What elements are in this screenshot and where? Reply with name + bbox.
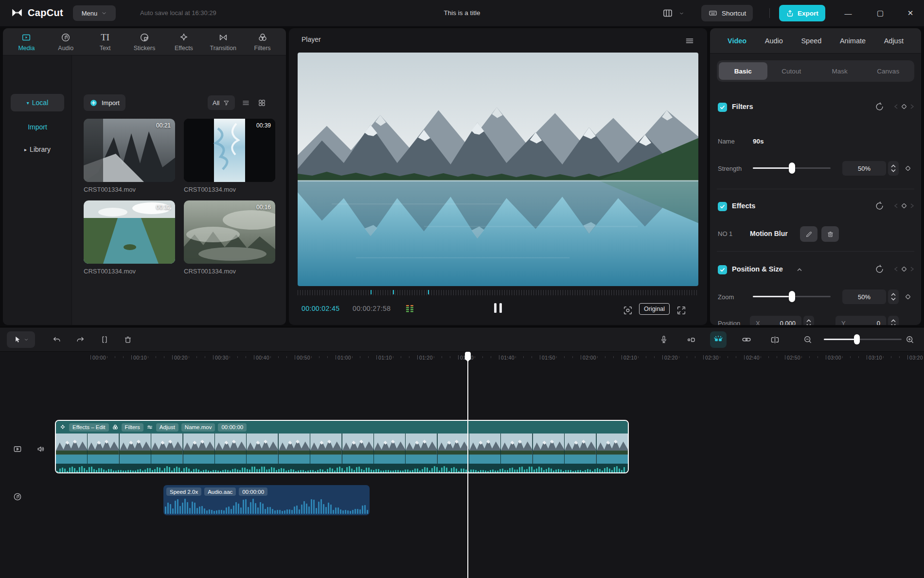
keyframe-diamond-icon (900, 102, 908, 111)
zoom-value[interactable]: 50% (842, 289, 886, 304)
effects-keyframe-button[interactable] (894, 201, 914, 210)
video-track-mute-button[interactable] (35, 443, 47, 455)
fullscreen-button[interactable] (674, 304, 689, 317)
maximize-button[interactable]: ▢ (870, 0, 891, 26)
focus-button[interactable] (621, 304, 635, 317)
video-preview[interactable] (298, 53, 698, 286)
filmstrip-frame (342, 434, 373, 464)
subtab-canvas[interactable]: Canvas (864, 62, 913, 80)
video-clip[interactable]: Effects – Edit Filters Adjust Name.mov 0… (55, 420, 629, 473)
tab-audio[interactable]: Audio (46, 28, 86, 55)
playhead[interactable] (467, 352, 468, 578)
timeline-zoom-slider[interactable] (824, 339, 902, 340)
zoom-stepper[interactable] (888, 289, 899, 304)
filter-all-button[interactable]: All (208, 95, 235, 110)
clip-filters-badge[interactable]: Filters (122, 423, 143, 432)
zoom-slider[interactable] (753, 296, 831, 297)
hamburger-icon (685, 36, 694, 46)
link-button[interactable] (738, 331, 755, 348)
filters-keyframe-button[interactable] (894, 102, 914, 111)
position-size-checkbox[interactable] (718, 265, 727, 274)
media-thumbnail[interactable]: 00:39 (184, 119, 275, 182)
position-y-input[interactable]: Y 0 (835, 316, 886, 325)
snap-toggle-button[interactable] (683, 331, 699, 348)
filters-checkbox[interactable] (718, 103, 727, 112)
redo-button[interactable] (72, 331, 89, 348)
grid-view-button[interactable] (256, 97, 267, 108)
reset-position-button[interactable] (874, 264, 885, 274)
tab-filters[interactable]: Filters (243, 28, 282, 55)
delete-effect-button[interactable] (821, 226, 839, 242)
zoom-out-button[interactable] (800, 331, 816, 348)
media-thumbnail[interactable]: 00:21 (84, 119, 175, 182)
layout-caret-button[interactable] (677, 6, 686, 20)
import-button[interactable]: Import (84, 94, 125, 111)
minimize-button[interactable]: — (837, 0, 859, 26)
split-button[interactable] (96, 331, 113, 348)
tab-speed[interactable]: Speed (801, 37, 821, 45)
reset-effects-button[interactable] (874, 201, 885, 211)
media-icon (21, 32, 32, 43)
effects-checkbox[interactable] (718, 202, 727, 211)
clip-adjust-badge[interactable]: Adjust (156, 423, 178, 432)
tab-effects[interactable]: Effects (164, 28, 203, 55)
strength-keyframe-button[interactable] (904, 164, 912, 173)
video-track-toggle[interactable] (12, 443, 23, 455)
audio-levels-icon[interactable] (405, 303, 415, 315)
tab-audio[interactable]: Audio (765, 37, 783, 45)
shortcut-button[interactable]: Shortcut (701, 5, 753, 21)
subtab-mask[interactable]: Mask (816, 62, 864, 80)
zoom-in-button[interactable] (902, 331, 918, 348)
audio-speed-badge[interactable]: Speed 2.0x (166, 488, 201, 496)
subtab-cutout[interactable]: Cutout (767, 62, 816, 80)
zoom-keyframe-button[interactable] (904, 292, 912, 301)
layout-columns-icon (662, 7, 674, 19)
original-ratio-button[interactable]: Original (639, 303, 670, 315)
sidebar-item-local[interactable]: ▾ Local (11, 94, 64, 111)
strength-stepper[interactable] (888, 161, 899, 176)
player-menu-button[interactable] (685, 36, 694, 46)
collapse-caret-icon[interactable] (797, 268, 802, 272)
position-x-input[interactable]: X 0.000 (750, 316, 801, 325)
tab-media[interactable]: Media (7, 28, 46, 55)
tab-video[interactable]: Video (728, 37, 746, 45)
undo-button[interactable] (49, 331, 65, 348)
timeline-ruler[interactable]: 00:0000:1000:2000:3000:4000:5001:0001:10… (0, 352, 924, 366)
section-divider (717, 251, 914, 252)
media-thumbnail[interactable]: 00:16 (184, 200, 275, 264)
list-view-button[interactable] (240, 97, 251, 108)
tab-animate[interactable]: Animate (840, 37, 866, 45)
strength-value[interactable]: 50% (842, 161, 886, 176)
close-button[interactable]: ✕ (900, 0, 921, 26)
tab-stickers[interactable]: Stickers (125, 28, 164, 55)
main-track-magnet-button[interactable] (710, 331, 727, 348)
record-voiceover-button[interactable] (656, 331, 672, 348)
audio-track-toggle[interactable] (12, 491, 23, 503)
edit-effect-button[interactable] (800, 226, 817, 242)
player-scrubber[interactable] (298, 290, 698, 295)
playhead-handle[interactable] (465, 352, 471, 360)
pause-button[interactable] (494, 303, 502, 313)
select-tool-button[interactable] (7, 331, 35, 348)
audio-track-icon (13, 492, 22, 502)
delete-button[interactable] (120, 331, 136, 348)
layout-button[interactable] (660, 6, 675, 20)
sidebar-item-import[interactable]: Import (11, 121, 64, 133)
position-y-stepper[interactable] (888, 316, 899, 325)
mirror-split-button[interactable] (766, 331, 783, 348)
position-keyframe-button[interactable] (894, 265, 914, 273)
subtab-basic[interactable]: Basic (719, 62, 767, 80)
tab-transition[interactable]: Transition (203, 28, 243, 55)
effects-section-title: Effects (732, 202, 755, 210)
tab-text[interactable]: TI Text (86, 28, 125, 55)
strength-slider[interactable] (753, 167, 831, 169)
sidebar-item-library[interactable]: ▸ Library (11, 143, 64, 156)
reset-filters-button[interactable] (874, 102, 885, 112)
export-button[interactable]: Export (779, 5, 825, 21)
position-x-stepper[interactable] (803, 316, 814, 325)
clip-effects-badge[interactable]: Effects – Edit (69, 423, 109, 432)
zoom-slider-handle[interactable] (854, 334, 860, 344)
media-thumbnail[interactable]: 00:32 (84, 200, 175, 264)
tab-adjust[interactable]: Adjust (884, 37, 904, 45)
audio-clip[interactable]: Speed 2.0x Audio.aac 00:00:00 (163, 485, 370, 515)
